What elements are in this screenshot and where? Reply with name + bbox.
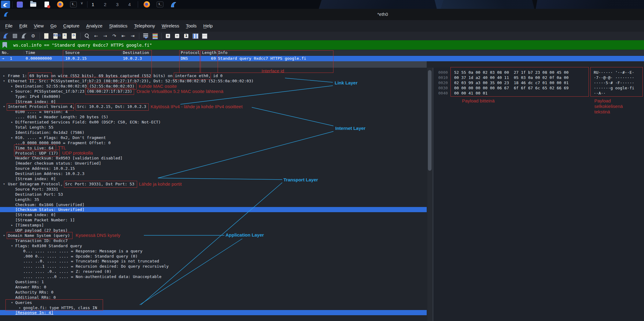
detail-row[interactable]: ▾Internet Protocol Version 4, Src: 10.0.… xyxy=(0,104,427,109)
column-header-info[interactable]: Info xyxy=(218,50,227,55)
workspace-4[interactable]: 4 xyxy=(126,0,133,9)
detail-row[interactable]: [Stream index: 0] xyxy=(0,176,427,181)
detail-row[interactable]: Total Length: 55 xyxy=(0,125,427,130)
detail-row[interactable]: ▾Domain Name System (query) xyxy=(0,233,427,238)
close-file-button[interactable]: ✕ xyxy=(60,32,69,40)
menu-edit[interactable]: Edit xyxy=(16,20,30,32)
collapse-arrow-icon[interactable]: ▾ xyxy=(3,78,5,84)
detail-row[interactable]: Time to Live: 64 xyxy=(0,145,427,151)
detail-row[interactable]: ▸Source: PCSSystemtec_1f:b7:23 (08:00:27… xyxy=(0,89,427,94)
menu-help[interactable]: Help xyxy=(200,20,216,32)
detail-row[interactable]: 0... .... .... .... = Response: Message … xyxy=(0,248,427,254)
menu-statistics[interactable]: Statistics xyxy=(106,20,131,32)
menu-tools[interactable]: Tools xyxy=(183,20,200,32)
detail-row[interactable]: Destination Address: 10.0.2.3 xyxy=(0,171,427,176)
expand-arrow-icon[interactable]: ▸ xyxy=(11,84,13,89)
expand-arrow-icon[interactable]: ▸ xyxy=(11,119,13,125)
detail-row[interactable]: ▸Differentiated Services Field: 0x00 (DS… xyxy=(0,119,427,125)
hex-ascii[interactable]: ·7··@·@· ········ xyxy=(594,75,634,80)
hex-row[interactable]: 000052 55 0a 00 02 03 08 00 27 1f b7 23 … xyxy=(438,70,639,75)
hex-bytes[interactable]: 52 55 0a 00 02 03 08 00 27 1f b7 23 08 0… xyxy=(454,70,569,75)
zoom-100-button[interactable]: 1 xyxy=(182,32,190,40)
detail-row[interactable]: ▸010. .... = Flags: 0x2, Don't fragment xyxy=(0,135,427,140)
hex-ascii[interactable]: ·······g oogle·fi xyxy=(594,85,634,91)
detail-row[interactable]: Identification: 0x1da2 (7586) xyxy=(0,130,427,135)
detail-row[interactable]: ▾Flags: 0x0100 Standard query xyxy=(0,243,427,248)
detail-row[interactable]: Protocol: UDP (17) xyxy=(0,151,427,156)
expand-arrow-icon[interactable]: ▸ xyxy=(11,89,13,94)
column-header-destination[interactable]: Destination xyxy=(123,50,149,55)
detail-row[interactable]: UDP payload (27 bytes) xyxy=(0,228,427,233)
workspace-3[interactable]: 3 xyxy=(113,0,121,9)
reload-file-button[interactable]: ⟳ xyxy=(69,32,78,40)
save-file-button[interactable]: 0101 xyxy=(51,32,60,40)
hex-bytes[interactable]: 00 00 41 00 01 xyxy=(454,91,488,96)
expand-arrow-icon[interactable]: ▸ xyxy=(11,135,13,140)
app-window-launcher[interactable] xyxy=(15,1,24,8)
column-header-source[interactable]: Source xyxy=(65,50,80,55)
packet-row[interactable]: →10.00000000010.0.2.1510.0.2.3DNS69Stand… xyxy=(0,56,644,61)
collapse-arrow-icon[interactable]: ▾ xyxy=(3,104,5,109)
detail-row[interactable]: [Header checksum status: Unverified] xyxy=(0,161,427,166)
display-filter-input[interactable] xyxy=(10,42,499,48)
text-editor-launcher[interactable] xyxy=(42,1,51,8)
detail-row[interactable]: .... ...1 .... .... = Recursion desired:… xyxy=(0,264,427,269)
stop-capture-button[interactable] xyxy=(11,32,19,40)
packet-bytes-pane[interactable]: 000052 55 0a 00 02 03 08 00 27 1f b7 23 … xyxy=(433,68,644,321)
detail-row[interactable]: Type: IPv4 (0x0800) xyxy=(0,94,427,99)
detail-row[interactable]: Questions: 1 xyxy=(0,279,427,284)
start-capture-button[interactable] xyxy=(2,32,10,40)
column-header-no[interactable]: No. xyxy=(2,50,9,55)
menu-wireless[interactable]: Wireless xyxy=(158,20,183,32)
detail-row[interactable]: [Checksum Status: Unverified] xyxy=(0,207,427,212)
expand-arrow-icon[interactable]: ▸ xyxy=(11,223,13,228)
chevron-down-icon[interactable]: ∨ xyxy=(80,1,83,5)
expand-arrow-icon[interactable]: ▸ xyxy=(19,305,21,310)
detail-row[interactable]: [Response In: 4] xyxy=(0,310,427,315)
menu-go[interactable]: Go xyxy=(47,20,60,32)
hex-bytes[interactable]: 00 00 00 00 00 00 06 67 6f 6f 67 6c 65 0… xyxy=(454,85,569,91)
column-header-time[interactable]: Time xyxy=(26,50,35,55)
detail-row[interactable]: ▾Queries xyxy=(0,300,427,305)
resize-columns-button[interactable] xyxy=(191,32,200,40)
hex-row[interactable]: 002002 03 99 a3 00 35 00 23 18 46 dc c7 … xyxy=(438,80,639,85)
detail-row[interactable]: Source Port: 39331 xyxy=(0,187,427,192)
detail-row[interactable]: Length: 35 xyxy=(0,197,427,202)
detail-row[interactable]: .... .... .0.. .... = Z: reserved (0) xyxy=(0,269,427,274)
hex-row[interactable]: 001000 37 1d a2 40 00 40 11 05 03 0a 00 … xyxy=(438,75,639,80)
column-header-length[interactable]: Length xyxy=(202,50,216,55)
menu-view[interactable]: View xyxy=(30,20,47,32)
detail-row[interactable]: Answer RRs: 0 xyxy=(0,284,427,290)
menu-capture[interactable]: Capture xyxy=(60,20,83,32)
detail-row[interactable]: Authority RRs: 0 xyxy=(0,290,427,295)
hex-ascii[interactable]: RU······ '··#··E· xyxy=(594,70,634,75)
detail-row[interactable]: ▾Ethernet II, Src: PCSSystemtec_1f:b7:23… xyxy=(0,78,427,84)
hex-ascii[interactable]: ·····5·# ·F······ xyxy=(594,80,634,85)
go-back-button[interactable]: ← xyxy=(92,32,100,40)
menu-file[interactable]: File xyxy=(2,20,16,32)
detail-row[interactable]: Checksum: 0x1846 [unverified] xyxy=(0,202,427,207)
collapse-arrow-icon[interactable]: ▾ xyxy=(3,181,5,187)
collapse-arrow-icon[interactable]: ▾ xyxy=(3,233,5,238)
detail-row[interactable]: Source Address: 10.0.2.15 xyxy=(0,166,427,171)
detail-row[interactable]: Additional RRs: 0 xyxy=(0,295,427,300)
layout-pages-button[interactable] xyxy=(200,32,209,40)
collapse-arrow-icon[interactable]: ▾ xyxy=(11,243,13,248)
detail-row[interactable]: .... 0101 = Header Length: 20 bytes (5) xyxy=(0,114,427,119)
hex-row[interactable]: 003000 00 00 00 00 00 06 67 6f 6f 67 6c … xyxy=(438,85,639,91)
hex-bytes[interactable]: 02 03 99 a3 00 35 00 23 18 46 dc c7 01 0… xyxy=(454,80,569,85)
wireshark-task-button[interactable] xyxy=(169,1,178,8)
find-packet-button[interactable] xyxy=(83,32,91,40)
detail-row[interactable]: 0100 .... = Version: 4 xyxy=(0,109,427,114)
zoom-in-button[interactable]: + xyxy=(164,32,172,40)
detail-row[interactable]: ▸Frame 1: 69 bytes on wire (552 bits), 6… xyxy=(0,73,427,78)
hex-row[interactable]: 004000 00 41 00 01··A·· xyxy=(438,91,639,96)
packet-details-pane[interactable]: ▸Frame 1: 69 bytes on wire (552 bits), 6… xyxy=(0,68,427,321)
workspace-1[interactable]: 1 xyxy=(89,0,97,9)
menu-analyze[interactable]: Analyze xyxy=(83,20,106,32)
terminal-task-button[interactable] xyxy=(155,1,165,8)
detail-row[interactable]: [Stream index: 0] xyxy=(0,99,427,104)
zoom-out-button[interactable]: − xyxy=(173,32,181,40)
go-forward-button[interactable]: → xyxy=(101,32,109,40)
next-packet-button[interactable]: ⇥ xyxy=(128,32,137,40)
